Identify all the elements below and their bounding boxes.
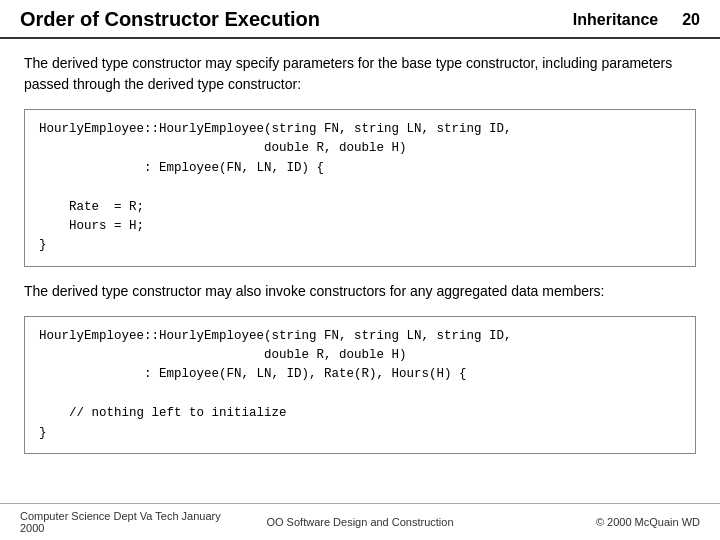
main-content: The derived type constructor may specify… bbox=[0, 39, 720, 503]
paragraph-2: The derived type constructor may also in… bbox=[24, 281, 696, 302]
header-topic: Inheritance bbox=[573, 11, 658, 29]
footer-center: OO Software Design and Construction bbox=[247, 516, 474, 528]
page: Order of Constructor Execution Inheritan… bbox=[0, 0, 720, 540]
code-text-1: HourlyEmployee::HourlyEmployee(string FN… bbox=[39, 120, 681, 256]
footer-right: © 2000 McQuain WD bbox=[473, 516, 700, 528]
page-title: Order of Constructor Execution bbox=[20, 8, 320, 31]
header-page: 20 bbox=[682, 11, 700, 29]
code-block-2: HourlyEmployee::HourlyEmployee(string FN… bbox=[24, 316, 696, 454]
footer: Computer Science Dept Va Tech January 20… bbox=[0, 503, 720, 540]
header: Order of Constructor Execution Inheritan… bbox=[0, 0, 720, 39]
paragraph-1: The derived type constructor may specify… bbox=[24, 53, 696, 95]
header-right: Inheritance 20 bbox=[573, 11, 700, 29]
footer-left: Computer Science Dept Va Tech January 20… bbox=[20, 510, 247, 534]
code-block-1: HourlyEmployee::HourlyEmployee(string FN… bbox=[24, 109, 696, 267]
code-text-2: HourlyEmployee::HourlyEmployee(string FN… bbox=[39, 327, 681, 443]
